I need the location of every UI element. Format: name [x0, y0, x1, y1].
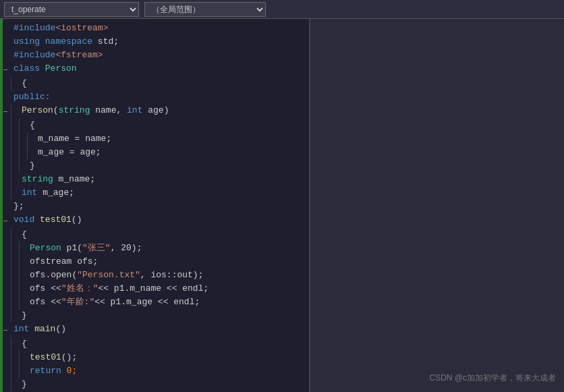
indent-bar [11, 282, 19, 296]
indent-bar [19, 255, 27, 269]
code-token: namespace [45, 36, 98, 47]
green-indicator-bar [0, 19, 3, 392]
indent-bar [11, 351, 19, 364]
code-token: } [22, 310, 27, 320]
line-content: { [19, 337, 27, 351]
line-content: int main() [11, 323, 66, 336]
code-token: () [55, 324, 66, 334]
code-token: void [13, 215, 34, 225]
indent-bar [19, 364, 27, 378]
code-token: public: [13, 92, 51, 102]
indent-bar [11, 77, 19, 90]
code-token: #include [13, 23, 55, 33]
indent-bar [19, 146, 27, 159]
code-token: int [127, 105, 142, 115]
code-token: return [30, 366, 67, 376]
code-token: ofs << [30, 297, 61, 307]
code-line: { [0, 119, 309, 132]
code-token: }; [13, 201, 24, 211]
line-content: { [27, 119, 35, 132]
code-token: test01 [40, 215, 72, 225]
code-token: m_age; [37, 188, 74, 198]
code-line: −int main() [0, 323, 309, 337]
line-content: ofs <<"年龄:"<< p1.m_age << endl; [27, 296, 200, 309]
code-line: using namespace std; [0, 35, 309, 49]
code-token: #include [13, 50, 55, 60]
code-token: { [22, 229, 27, 240]
indent-bar [11, 269, 19, 282]
indent-bar [19, 119, 27, 132]
line-content: Person p1("张三", 20); [27, 242, 142, 255]
toolbar: t_operate （全局范围） [0, 0, 564, 19]
line-content: m_name = name; [35, 132, 111, 146]
code-line: } [0, 309, 309, 323]
code-token: ( [53, 105, 59, 115]
line-content: class Person [11, 62, 77, 76]
indent-bar [11, 378, 19, 391]
line-content: m_age = age; [35, 146, 101, 159]
range-dropdown[interactable]: （全局范围） [144, 2, 266, 17]
code-editor[interactable]: #include<iostream>using namespace std;#i… [0, 19, 310, 392]
code-line: test01(); [0, 351, 309, 364]
indent-bar [11, 159, 19, 173]
line-content: ofstream ofs; [27, 255, 98, 269]
code-token: { [30, 120, 35, 130]
indent-bar [11, 132, 19, 146]
code-lines-container: #include<iostream>using namespace std;#i… [0, 19, 309, 392]
watermark: CSDN @c加加初学者，将来大成者 [429, 372, 556, 384]
code-line: } [0, 378, 309, 391]
line-content: int m_age; [19, 186, 74, 200]
scope-dropdown[interactable]: t_operate [4, 2, 139, 17]
line-content: test01(); [27, 351, 77, 364]
code-token: { [22, 339, 27, 349]
code-token: m_name; [53, 174, 95, 184]
code-token: string [59, 105, 90, 115]
code-line: public: [0, 90, 309, 104]
line-content: ofs.open("Person.txt", ios::out); [27, 269, 203, 282]
line-content: using namespace std; [11, 35, 119, 49]
code-token: "姓名：" [61, 283, 98, 293]
indent-bar [27, 146, 35, 159]
code-line: ofstream ofs; [0, 255, 309, 269]
code-token: p1( [61, 243, 82, 253]
code-line: #include<fstream> [0, 49, 309, 62]
code-line: } [0, 159, 309, 173]
code-token [34, 215, 40, 225]
indent-bar [11, 119, 19, 132]
code-line: m_name = name; [0, 132, 309, 146]
indent-bar [11, 296, 19, 309]
code-token: "Person.txt" [77, 270, 140, 280]
code-token: int [13, 324, 29, 334]
code-token: <iostream> [55, 23, 108, 33]
line-content: #include<iostream> [11, 22, 108, 35]
indent-bar [19, 269, 27, 282]
code-line: return 0; [0, 364, 309, 378]
indent-bar [19, 242, 27, 255]
indent-bar [11, 242, 19, 255]
code-line: { [0, 337, 309, 351]
code-token: , 20); [111, 243, 142, 253]
indent-bar [11, 309, 19, 323]
code-token: "张三" [82, 243, 111, 253]
line-content: }; [11, 200, 24, 213]
main-area: #include<iostream>using namespace std;#i… [0, 19, 564, 392]
code-line: { [0, 228, 309, 242]
code-line: { [0, 77, 309, 90]
code-line: −class Person [0, 62, 309, 77]
code-token: { [22, 78, 27, 88]
indent-bar [11, 228, 19, 242]
code-token: m_name = name; [38, 134, 111, 144]
line-content: } [19, 378, 27, 391]
code-token: <fstream> [55, 50, 103, 60]
line-content: string m_name; [19, 173, 95, 186]
line-content: void test01() [11, 213, 82, 227]
code-line: −Person(string name, int age) [0, 104, 309, 119]
code-token: main [34, 324, 55, 334]
indent-bar [11, 364, 19, 378]
line-content: ofs <<"姓名："<< p1.m_name << endl; [27, 282, 208, 296]
code-line: ofs <<"年龄:"<< p1.m_age << endl; [0, 296, 309, 309]
code-token: name, [90, 105, 127, 115]
code-token: } [22, 379, 27, 389]
code-line: Person p1("张三", 20); [0, 242, 309, 255]
indent-bar [19, 132, 27, 146]
